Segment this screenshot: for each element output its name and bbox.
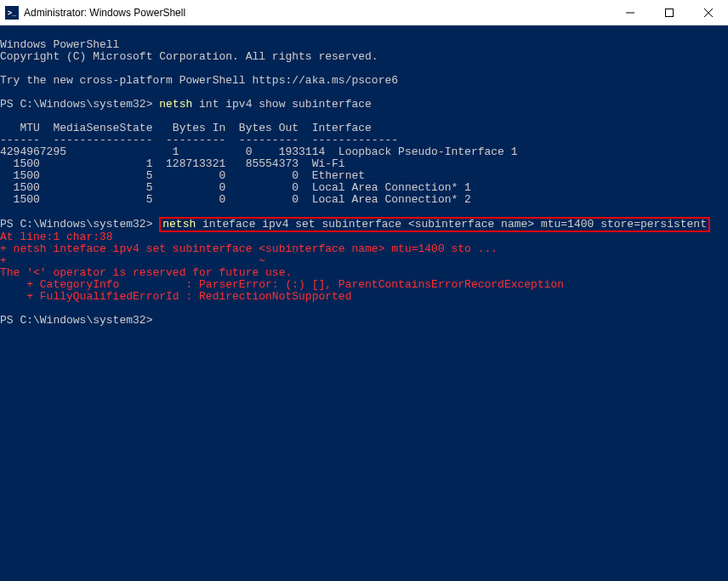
error-caret-line: + ~ xyxy=(0,254,265,267)
window-titlebar: >_ Administrator: Windows PowerShell xyxy=(0,0,728,26)
table-row: 1500 5 0 0 Local Area Connection* 2 xyxy=(0,193,471,206)
table-header: MTU MediaSenseState Bytes In Bytes Out I… xyxy=(0,122,372,134)
command-head: netsh xyxy=(159,98,192,111)
prompt-path: PS C:\Windows\system32> xyxy=(0,314,159,327)
prompt-line-3: PS C:\Windows\system32> xyxy=(0,314,159,327)
error-line: + CategoryInfo : ParserError: (:) [], Pa… xyxy=(0,278,564,291)
maximize-button[interactable] xyxy=(650,0,689,26)
error-line: + FullyQualifiedErrorId : RedirectionNot… xyxy=(0,290,351,303)
error-line: The '<' operator is reserved for future … xyxy=(0,266,292,279)
powershell-icon-glyph: >_ xyxy=(8,9,16,17)
window-title: Administrator: Windows PowerShell xyxy=(24,7,611,19)
svg-rect-1 xyxy=(666,9,674,17)
prompt-path: PS C:\Windows\system32> xyxy=(0,218,159,231)
prompt-line-1: PS C:\Windows\system32> netsh int ipv4 s… xyxy=(0,98,372,111)
minimize-button[interactable] xyxy=(611,0,650,26)
powershell-icon: >_ xyxy=(5,6,19,20)
prompt-line-2: PS C:\Windows\system32> netsh inteface i… xyxy=(0,218,710,231)
close-button[interactable] xyxy=(689,0,728,26)
blank-line xyxy=(0,302,7,315)
table-row: 1500 5 0 0 Ethernet xyxy=(0,169,365,182)
error-tilde: ~ xyxy=(259,254,265,267)
blank-line xyxy=(0,86,7,99)
table-row: 1500 1 128713321 85554373 Wi-Fi xyxy=(0,157,345,170)
command-head: netsh xyxy=(162,218,196,231)
blank-line xyxy=(0,110,7,122)
table-divider: ------ --------------- --------- -------… xyxy=(0,134,398,146)
error-line: + netsh inteface ipv4 set subinterface <… xyxy=(0,242,498,255)
highlighted-command: netsh inteface ipv4 set subinterface <su… xyxy=(159,217,710,232)
terminal-body[interactable]: Windows PowerShell Copyright (C) Microso… xyxy=(0,26,728,581)
command-args: inteface ipv4 set subinterface <subinter… xyxy=(196,218,707,231)
blank-line xyxy=(0,62,7,75)
blank-line xyxy=(0,205,7,218)
header-line: Windows PowerShell xyxy=(0,38,119,51)
prompt-path: PS C:\Windows\system32> xyxy=(0,98,159,111)
table-row: 4294967295 1 0 1933114 Loopback Pseudo-I… xyxy=(0,145,518,158)
error-pad: + xyxy=(0,254,259,267)
copyright-line: Copyright (C) Microsoft Corporation. All… xyxy=(0,50,378,63)
table-row: 1500 5 0 0 Local Area Connection* 1 xyxy=(0,181,471,194)
command-args: int ipv4 show subinterface xyxy=(192,98,372,111)
window-controls xyxy=(611,0,728,25)
error-line: At line:1 char:38 xyxy=(0,231,113,243)
tip-line: Try the new cross-platform PowerShell ht… xyxy=(0,74,398,87)
